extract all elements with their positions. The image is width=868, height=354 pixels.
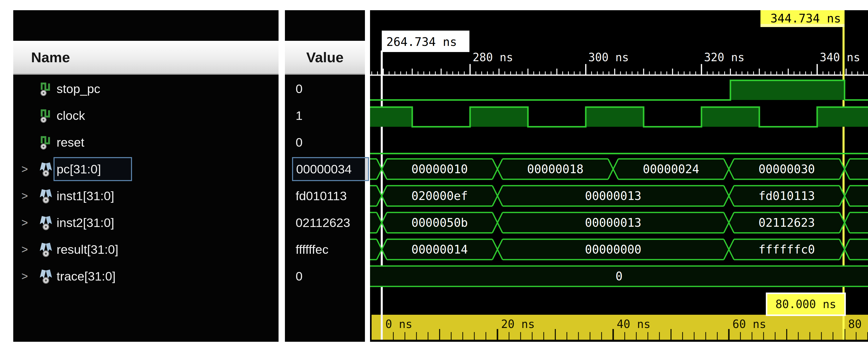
wave-inst2[31:0]: 0000050b0000001302112623 [370, 212, 868, 233]
signal-row-trace[31:0][interactable]: >trace[31:0] [13, 263, 279, 290]
delta-tick-label: 20 ns [501, 318, 535, 330]
signal-row-inst2[31:0][interactable]: >inst2[31:0] [13, 209, 279, 236]
signal-value-panel: Value 01000000034fd01011302112623ffffffe… [285, 10, 365, 342]
waveform-canvas[interactable]: 280 ns300 ns320 ns340 ns 0 ns20 ns40 ns6… [370, 10, 868, 342]
signal-row-inst1[31:0][interactable]: >inst1[31:0] [13, 183, 279, 209]
signal-row-stop_pc[interactable]: stop_pc [13, 76, 279, 102]
expand-chevron-icon[interactable]: > [22, 163, 39, 175]
expand-chevron-icon[interactable]: > [22, 189, 39, 202]
signal-value-row-reset[interactable]: 0 [285, 129, 365, 155]
bus-value-text: 00000000 [585, 242, 642, 256]
scalar-signal-icon [39, 108, 53, 123]
expand-chevron-icon[interactable]: > [22, 270, 39, 283]
signal-name-panel: Name stop_pcclockreset>pc[31:0]>inst1[31… [13, 10, 279, 342]
ruler-tick-label: 300 ns [588, 51, 629, 64]
delta-tick-label: 80 ns [848, 318, 868, 330]
end-cursor-text: 344.734 ns [770, 11, 841, 25]
signal-value: 0 [296, 269, 303, 283]
signal-row-reset[interactable]: reset [13, 129, 279, 155]
signal-value: 00000034 [292, 157, 369, 181]
bus-value-text: 02112623 [758, 216, 815, 230]
bus-signal-icon [39, 188, 53, 204]
delta-tick-label: 40 ns [617, 318, 650, 330]
isim-wave-window: { "header": { "name_col": "Name", "value… [0, 0, 868, 354]
expand-chevron-icon[interactable]: > [22, 216, 39, 229]
bus-value-text: 00000010 [411, 162, 468, 176]
signal-name-label: clock [57, 109, 85, 123]
scalar-signal-icon [39, 135, 53, 150]
signal-name-label: inst1[31:0] [57, 189, 114, 203]
time-ruler: 280 ns300 ns320 ns340 ns [370, 51, 868, 76]
waveforms: 00000010000000180000002400000030020000ef… [370, 80, 868, 287]
signal-value-row-pc[31:0][interactable]: 00000034 [285, 156, 365, 182]
bus-value-text: 00000013 [585, 216, 642, 230]
signal-row-pc[31:0][interactable]: >pc[31:0] [13, 156, 279, 182]
signal-value: 1 [296, 109, 303, 123]
bus-value-text: ffffffc0 [758, 242, 815, 256]
value-header-label: Value [306, 49, 344, 65]
signal-row-clock[interactable]: clock [13, 102, 279, 129]
delta-tick-label: 60 ns [733, 318, 766, 330]
wave-result[31:0]: 0000001400000000ffffffc0 [370, 239, 868, 260]
signal-name-label: pc[31:0] [54, 157, 132, 181]
bus-value-text: 00000013 [585, 189, 642, 203]
ruler-tick-label: 340 ns [820, 51, 860, 64]
signal-value-row-result[31:0][interactable]: ffffffec [285, 236, 365, 263]
signal-value-row-clock[interactable]: 1 [285, 102, 365, 129]
delta-ruler: 0 ns20 ns40 ns60 ns80 ns [372, 315, 868, 340]
delta-tick-label: 0 ns [385, 318, 412, 330]
bus-value-text: 00000018 [527, 162, 584, 176]
name-column-header[interactable]: Name [13, 41, 279, 75]
wave-inst1[31:0]: 020000ef00000013fd010113 [370, 186, 868, 206]
waveform-panel: 280 ns300 ns320 ns340 ns 0 ns20 ns40 ns6… [370, 10, 868, 342]
signal-name-label: inst2[31:0] [57, 215, 114, 230]
wave-trace[31:0]: 0 [370, 266, 868, 287]
signal-name-label: result[31:0] [57, 242, 118, 257]
delta-span-text: 80.000 ns [775, 298, 836, 311]
value-column-header[interactable]: Value [285, 41, 365, 75]
signal-row-result[31:0][interactable]: >result[31:0] [13, 236, 279, 263]
signal-value-row-stop_pc[interactable]: 0 [285, 76, 365, 102]
bus-value-text: 0 [615, 269, 623, 283]
bus-value-text: 00000024 [643, 162, 699, 176]
signal-value: 0 [296, 82, 303, 96]
bus-signal-icon [39, 161, 53, 177]
signal-value: 02112623 [296, 215, 350, 230]
bus-signal-icon [39, 241, 53, 257]
bus-signal-icon [39, 268, 53, 284]
wave-stop_pc [370, 80, 868, 100]
signal-value-row-inst2[31:0][interactable]: 02112623 [285, 209, 365, 236]
bus-value-text: 0000050b [411, 216, 468, 230]
end-cursor-label: 344.734 ns [761, 10, 844, 27]
signal-name-label: reset [57, 135, 84, 149]
signal-value: ffffffec [296, 242, 329, 257]
bus-value-text: fd010113 [758, 189, 815, 203]
signal-name-label: stop_pc [57, 82, 100, 96]
signal-value-row-inst1[31:0][interactable]: fd010113 [285, 183, 365, 209]
name-header-label: Name [31, 49, 70, 65]
main-cursor-label: 264.734 ns [382, 31, 469, 52]
scalar-signal-icon [39, 81, 53, 97]
signal-name-label: trace[31:0] [57, 269, 116, 283]
ruler-tick-label: 320 ns [704, 51, 745, 64]
expand-chevron-icon[interactable]: > [22, 243, 39, 256]
bus-value-text: 00000030 [758, 162, 815, 176]
main-cursor-text: 264.734 ns [386, 35, 457, 49]
signal-value: fd010113 [296, 189, 347, 203]
delta-span-label: 80.000 ns [767, 293, 845, 315]
bus-value-text: 00000014 [411, 242, 468, 256]
signal-value-row-trace[31:0][interactable]: 0 [285, 263, 365, 290]
bus-value-text: 020000ef [411, 189, 468, 203]
signal-value: 0 [296, 135, 303, 149]
bus-signal-icon [39, 215, 53, 231]
wave-pc[31:0]: 00000010000000180000002400000030 [370, 159, 868, 179]
wave-clock [370, 107, 868, 127]
ruler-tick-label: 280 ns [473, 51, 513, 64]
